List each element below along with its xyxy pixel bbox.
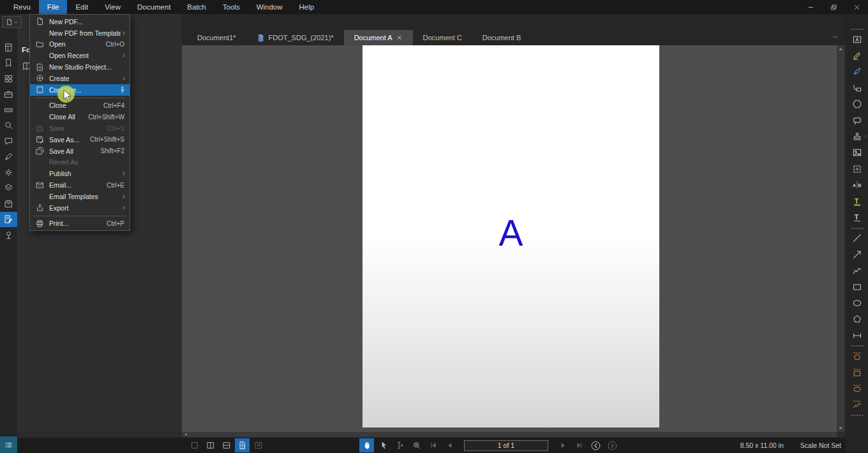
sidebar-tool-chest[interactable] (0, 87, 17, 103)
file-menu-open[interactable]: OpenCtrl+O (30, 39, 130, 50)
file-menu-close[interactable]: CloseCtrl+F4 (30, 100, 130, 112)
file-menu-publish[interactable]: Publish (30, 168, 130, 179)
file-menu-save-all[interactable]: Save AllShift+F2 (30, 145, 130, 157)
detach-view-button[interactable] (251, 438, 266, 452)
sidebar-thumbnails[interactable] (0, 71, 17, 87)
zoom-button[interactable] (409, 438, 424, 452)
menu-document[interactable]: Document (129, 0, 179, 14)
tool-measure-ellipse[interactable] (846, 380, 868, 396)
new-document-button[interactable] (2, 16, 22, 28)
menu-tools[interactable]: Tools (214, 0, 248, 14)
restore-button[interactable] (822, 0, 845, 14)
page-indicator-field[interactable]: 1 of 1 (464, 440, 548, 451)
file-menu-close-all[interactable]: Close AllCtrl+Shift+W (30, 111, 130, 123)
minimize-button[interactable] (799, 0, 822, 14)
nav-last-button[interactable] (572, 438, 587, 452)
nav-first-button[interactable] (426, 438, 440, 452)
menu-window[interactable]: Window (248, 0, 291, 14)
tab-document-a[interactable]: Document A (344, 30, 413, 45)
sidebar-sets[interactable] (0, 196, 17, 212)
select-text-button[interactable]: A (393, 438, 407, 452)
vertical-scrollbar[interactable] (837, 45, 844, 432)
tool-cloud-callout[interactable] (846, 112, 868, 128)
split-document-button[interactable] (235, 438, 250, 452)
tab-document-c[interactable]: Document C (413, 30, 472, 45)
tool-chevron-icon[interactable] (864, 134, 868, 138)
scale-status-label[interactable]: Scale Not Set (800, 442, 841, 449)
tool-polygon-sketch[interactable] (846, 96, 868, 112)
sidebar-bookmarks[interactable] (0, 56, 17, 71)
markups-panel-toggle[interactable] (0, 436, 17, 453)
file-menu-new-pdf-from-template[interactable]: New PDF from Template... (30, 27, 130, 39)
sidebar-file-access[interactable] (0, 40, 17, 56)
menu-help[interactable]: Help (291, 0, 323, 14)
sidebar-signatures[interactable] (0, 149, 17, 165)
file-menu-export[interactable]: Export (30, 202, 130, 214)
sidebar-settings[interactable] (0, 165, 17, 181)
single-page-view-button[interactable] (187, 438, 202, 452)
tool-text-underline[interactable]: T (846, 209, 868, 225)
tool-rectangle[interactable] (846, 279, 868, 295)
pan-button[interactable] (359, 438, 374, 452)
nav-prev-button[interactable] (442, 438, 457, 452)
menu-file[interactable]: File (39, 0, 68, 14)
tab-document-b[interactable]: Document B (472, 30, 532, 45)
tab-fdot-sdg-2021[interactable]: FDOT_SDG_(2021)* (246, 30, 344, 45)
menu-revu[interactable]: Revu (5, 0, 39, 14)
menu-edit[interactable]: Edit (67, 0, 96, 14)
scroll-up-button[interactable] (837, 45, 844, 53)
tool-measure-rectangle[interactable] (846, 364, 868, 380)
tool-snapshot[interactable] (846, 161, 868, 177)
select-button[interactable] (376, 438, 391, 452)
sidebar-spaces[interactable] (0, 227, 17, 243)
tool-arrow[interactable] (846, 246, 868, 262)
close-button[interactable] (845, 0, 868, 14)
tool-text-box[interactable] (846, 31, 868, 47)
tool-compare-ab[interactable]: AB (846, 177, 868, 193)
tool-callout[interactable] (846, 80, 868, 96)
tool-dimension[interactable] (846, 327, 868, 343)
tool-highlighter[interactable] (846, 47, 868, 63)
file-menu-combine[interactable]: Combine... (30, 84, 130, 96)
sidebar-layers[interactable] (0, 181, 17, 197)
menu-view[interactable]: View (96, 0, 129, 14)
tab-close-button[interactable] (396, 34, 403, 41)
file-menu-print[interactable]: Print...Ctrl+P (30, 218, 130, 230)
tool-image[interactable] (846, 145, 868, 161)
pin-button[interactable] (119, 86, 126, 94)
stacked-view-button[interactable] (219, 438, 234, 452)
tool-measure-polygon[interactable] (846, 348, 868, 364)
tab-document1[interactable]: Document1* (187, 30, 246, 45)
file-menu-email[interactable]: Email...Ctrl+E (30, 179, 130, 191)
previous-view-button[interactable] (588, 438, 603, 452)
pdf-page[interactable]: A (363, 45, 659, 427)
side-by-side-view-button[interactable] (203, 438, 218, 452)
file-menu-email-templates[interactable]: Email Templates (30, 191, 130, 202)
file-menu-new-pdf[interactable]: New PDF... (30, 16, 130, 27)
tool-measure-polyline[interactable] (846, 397, 868, 413)
file-menu-save-as[interactable]: Save As...Ctrl+Shift+S (30, 134, 130, 145)
tool-stamp[interactable] (846, 128, 868, 144)
sidebar-studio[interactable] (0, 133, 17, 149)
nav-next-button[interactable] (555, 438, 570, 452)
scroll-down-button[interactable] (837, 424, 844, 432)
tool-text-highlight[interactable]: T (846, 193, 868, 209)
menu-batch[interactable]: Batch (179, 0, 214, 14)
sidebar-properties[interactable] (0, 102, 17, 118)
file-menu-open-recent[interactable]: Open Recent (30, 50, 130, 61)
sidebar-search[interactable] (0, 118, 17, 134)
tool-pen[interactable] (846, 64, 868, 80)
toolbar-drag-handle[interactable] (851, 415, 863, 416)
toolbar-drag-handle[interactable] (851, 29, 863, 30)
document-viewport[interactable]: A (182, 45, 837, 432)
tool-polygon[interactable] (846, 311, 868, 327)
horizontal-scrollbar[interactable] (182, 432, 837, 437)
scroll-left-button[interactable] (183, 432, 189, 437)
tab-list-chevron[interactable] (832, 33, 839, 41)
tool-polyline[interactable] (846, 262, 868, 278)
sidebar-markups-list[interactable] (0, 212, 17, 228)
next-view-button[interactable] (605, 438, 620, 452)
tool-line[interactable] (846, 230, 868, 246)
tool-ellipse[interactable] (846, 295, 868, 311)
file-menu-new-studio-project[interactable]: New Studio Project... (30, 61, 130, 73)
